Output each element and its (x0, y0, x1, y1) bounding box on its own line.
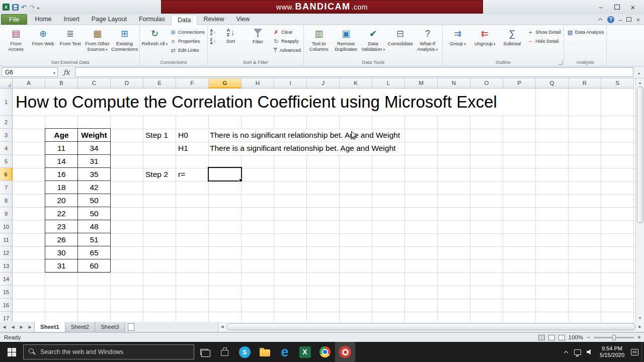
ribbon-button-refresh-all[interactable]: ↻Refresh All▾ (141, 26, 168, 57)
start-button[interactable] (0, 342, 23, 362)
page-layout-view-button[interactable] (548, 335, 555, 340)
minimize-ribbon-icon[interactable] (598, 17, 603, 22)
network-icon[interactable] (574, 349, 581, 355)
bandicam-button[interactable] (335, 342, 355, 362)
redo-icon[interactable] (29, 3, 35, 12)
table-cell[interactable]: 35 (78, 168, 111, 181)
zoom-slider[interactable] (594, 337, 634, 338)
table-cell[interactable]: 11 (45, 142, 78, 155)
ribbon-button-sort-az[interactable]: AZ↓ (209, 28, 217, 36)
sheet-tab-sheet2[interactable]: Sheet2 (65, 322, 95, 332)
cell-e6[interactable]: Step 2 (145, 168, 168, 181)
workbook-minimize-icon[interactable] (619, 15, 622, 24)
ribbon-button-connections[interactable]: ⊞Connections (169, 28, 206, 36)
scroll-left-icon[interactable] (218, 325, 226, 329)
ribbon-button-ungroup[interactable]: ⇇Ungroup▾ (471, 26, 498, 57)
vertical-scroll-thumb[interactable] (637, 86, 643, 223)
ribbon-button-from-text[interactable]: ≣From Text (57, 26, 84, 57)
scroll-down-icon[interactable] (636, 314, 644, 322)
ribbon-button-sort-za[interactable]: ZA↓ (209, 37, 217, 45)
ribbon-button-from-other-sources[interactable]: ▦From Other Sources▾ (84, 26, 111, 57)
ribbon-button-hide-detail[interactable]: −Hide Detail (526, 37, 562, 45)
table-cell[interactable]: 31 (78, 155, 111, 168)
ribbon-button-text-to-columns[interactable]: ▥Text to Columns (305, 26, 332, 57)
tab-view[interactable]: View (230, 14, 256, 25)
excel-button[interactable] (295, 342, 315, 362)
scroll-right-icon[interactable] (636, 325, 644, 329)
ribbon-button-from-access[interactable]: ▤From Access (3, 26, 29, 57)
table-cell[interactable]: 14 (45, 155, 78, 168)
store-button[interactable] (214, 342, 234, 362)
tab-page-layout[interactable]: Page Layout (86, 14, 133, 25)
table-cell[interactable]: 50 (78, 194, 111, 207)
next-sheet-icon[interactable] (17, 322, 26, 332)
ribbon-button-advanced[interactable]: Advanced (272, 46, 302, 54)
insert-function-button[interactable] (60, 68, 73, 76)
horizontal-scrollbar[interactable] (218, 322, 644, 332)
ribbon-button-show-detail[interactable]: +Show Detail (526, 28, 562, 36)
tab-home[interactable]: Home (29, 14, 57, 25)
ribbon-button-subtotal[interactable]: ∑Subtotal (499, 26, 525, 57)
name-box[interactable]: G6 (2, 67, 58, 77)
cell-g3[interactable]: There is no significant relationship bet… (210, 129, 404, 141)
qat-dropdown-icon[interactable] (37, 3, 39, 12)
ribbon-button-sort[interactable]: AZ↓Sort (217, 26, 244, 57)
horizontal-scroll-thumb[interactable] (227, 323, 635, 330)
zoom-in-icon[interactable] (637, 334, 641, 341)
table-cell[interactable]: 51 (78, 233, 111, 246)
show-desktop-button[interactable] (641, 342, 644, 362)
page-break-view-button[interactable] (558, 335, 565, 340)
close-button[interactable] (626, 3, 640, 12)
ribbon-button-clear[interactable]: ✗Clear (272, 28, 302, 36)
table-cell[interactable]: 31 (45, 259, 78, 273)
ribbon-button-data-analysis[interactable]: ▧Data Analysis (566, 28, 605, 36)
zoom-out-icon[interactable] (587, 334, 590, 341)
workbook-restore-icon[interactable] (626, 17, 631, 22)
table-cell[interactable]: 20 (45, 194, 78, 207)
insert-worksheet-button[interactable] (125, 322, 137, 332)
table-cell[interactable]: 26 (45, 233, 78, 246)
tab-file[interactable]: File (1, 14, 27, 25)
name-box-dropdown-icon[interactable] (53, 69, 57, 76)
undo-icon[interactable] (21, 3, 27, 12)
selected-cell-g6[interactable] (208, 167, 242, 182)
table-cell[interactable]: 18 (45, 181, 78, 194)
tab-formulas[interactable]: Formulas (133, 14, 171, 25)
volume-icon[interactable] (587, 349, 593, 355)
cell-f6[interactable]: r= (178, 168, 185, 181)
task-view-button[interactable] (194, 342, 214, 362)
table-cell[interactable]: 60 (78, 259, 111, 273)
cell-f4[interactable]: H1 (178, 142, 188, 155)
tab-insert[interactable]: Insert (58, 14, 86, 25)
restore-button[interactable] (610, 3, 624, 12)
ribbon-button-reapply[interactable]: ↻Reapply (272, 37, 302, 45)
table-cell[interactable]: 48 (78, 220, 111, 233)
ribbon-button-consolidate[interactable]: ⊟Consolidate (387, 26, 414, 57)
edge-button[interactable] (275, 342, 295, 362)
first-sheet-icon[interactable] (0, 322, 9, 332)
tab-data[interactable]: Data (171, 15, 197, 25)
table-cell[interactable]: 65 (78, 246, 111, 259)
scroll-up-icon[interactable] (636, 78, 644, 86)
table-cell[interactable]: 30 (45, 246, 78, 259)
sheet-tab-sheet1[interactable]: Sheet1 (34, 322, 65, 332)
ribbon-button-edit-links[interactable]: ⇄Edit Links (169, 46, 206, 54)
cell-e3[interactable]: Step 1 (145, 129, 168, 142)
taskbar-clock[interactable]: 9:54 PM 5/15/2020 (600, 345, 624, 359)
dialog-launcher-icon[interactable] (558, 61, 562, 65)
taskbar-search-box[interactable]: Search the web and Windows (23, 344, 194, 359)
save-icon[interactable] (12, 4, 19, 11)
ribbon-button-what-if-analysis[interactable]: ?What-If Analysis▾ (414, 26, 441, 57)
file-explorer-button[interactable] (255, 342, 275, 362)
ribbon-button-filter[interactable]: Filter (245, 26, 271, 57)
normal-view-button[interactable] (538, 335, 545, 340)
ribbon-button-from-web[interactable]: ⊕From Web (30, 26, 56, 57)
worksheet-grid[interactable]: ABCDEFGHIJKLMNOPQRS 12345678910111213141… (0, 78, 635, 322)
table-cell[interactable]: 22 (45, 207, 78, 220)
sheet-tab-sheet3[interactable]: Sheet3 (95, 322, 125, 332)
vertical-scrollbar[interactable] (635, 78, 644, 322)
ribbon-button-existing-connections[interactable]: ⊞Existing Connections (111, 26, 138, 57)
skype-button[interactable] (234, 342, 255, 362)
workbook-close-icon[interactable] (636, 15, 640, 24)
zoom-level[interactable]: 100% (569, 334, 583, 340)
